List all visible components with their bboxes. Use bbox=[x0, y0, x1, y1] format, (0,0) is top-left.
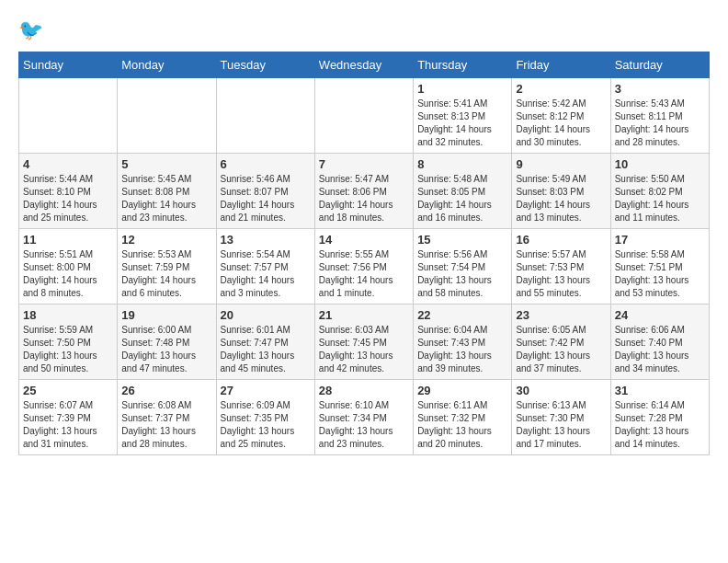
day-info: Sunrise: 5:45 AM Sunset: 8:08 PM Dayligh… bbox=[121, 173, 211, 224]
weekday-header-thursday: Thursday bbox=[414, 52, 512, 78]
calendar-cell: 8Sunrise: 5:48 AM Sunset: 8:05 PM Daylig… bbox=[414, 154, 512, 229]
day-info: Sunrise: 6:10 AM Sunset: 7:34 PM Dayligh… bbox=[319, 399, 409, 451]
page-header: 🐦 bbox=[18, 18, 710, 42]
calendar-cell: 7Sunrise: 5:47 AM Sunset: 8:06 PM Daylig… bbox=[314, 154, 413, 229]
day-number: 2 bbox=[516, 82, 606, 96]
day-info: Sunrise: 5:53 AM Sunset: 7:59 PM Dayligh… bbox=[121, 248, 211, 300]
calendar-cell bbox=[118, 78, 216, 154]
day-number: 22 bbox=[417, 308, 507, 322]
weekday-header-sunday: Sunday bbox=[19, 52, 118, 78]
day-number: 18 bbox=[23, 308, 113, 322]
day-info: Sunrise: 6:11 AM Sunset: 7:32 PM Dayligh… bbox=[417, 399, 507, 451]
calendar-week-row: 11Sunrise: 5:51 AM Sunset: 8:00 PM Dayli… bbox=[19, 229, 710, 304]
day-number: 30 bbox=[516, 384, 606, 397]
calendar-cell bbox=[216, 78, 314, 154]
logo: 🐦 bbox=[18, 18, 43, 42]
day-number: 23 bbox=[516, 308, 606, 322]
calendar-cell: 12Sunrise: 5:53 AM Sunset: 7:59 PM Dayli… bbox=[118, 229, 216, 304]
day-number: 8 bbox=[417, 157, 507, 171]
day-number: 4 bbox=[23, 157, 113, 171]
day-number: 16 bbox=[516, 233, 606, 247]
weekday-header-monday: Monday bbox=[118, 52, 216, 78]
day-number: 26 bbox=[121, 384, 211, 397]
day-number: 6 bbox=[221, 157, 311, 171]
day-info: Sunrise: 5:46 AM Sunset: 8:07 PM Dayligh… bbox=[221, 173, 311, 224]
day-info: Sunrise: 6:06 AM Sunset: 7:40 PM Dayligh… bbox=[615, 324, 705, 375]
weekday-header-tuesday: Tuesday bbox=[216, 52, 314, 78]
day-info: Sunrise: 5:41 AM Sunset: 8:13 PM Dayligh… bbox=[417, 98, 507, 149]
calendar-cell: 11Sunrise: 5:51 AM Sunset: 8:00 PM Dayli… bbox=[19, 229, 118, 304]
day-info: Sunrise: 6:07 AM Sunset: 7:39 PM Dayligh… bbox=[23, 399, 113, 451]
day-info: Sunrise: 5:54 AM Sunset: 7:57 PM Dayligh… bbox=[221, 248, 311, 300]
day-info: Sunrise: 5:57 AM Sunset: 7:53 PM Dayligh… bbox=[516, 248, 606, 300]
day-number: 19 bbox=[121, 308, 211, 322]
day-info: Sunrise: 5:42 AM Sunset: 8:12 PM Dayligh… bbox=[516, 98, 606, 149]
calendar-cell: 4Sunrise: 5:44 AM Sunset: 8:10 PM Daylig… bbox=[19, 154, 118, 229]
calendar-cell: 13Sunrise: 5:54 AM Sunset: 7:57 PM Dayli… bbox=[216, 229, 314, 304]
day-number: 12 bbox=[121, 233, 211, 247]
calendar-cell: 29Sunrise: 6:11 AM Sunset: 7:32 PM Dayli… bbox=[414, 380, 512, 455]
day-number: 28 bbox=[319, 384, 409, 397]
calendar-cell: 31Sunrise: 6:14 AM Sunset: 7:28 PM Dayli… bbox=[610, 380, 709, 455]
day-info: Sunrise: 5:55 AM Sunset: 7:56 PM Dayligh… bbox=[319, 248, 409, 300]
day-info: Sunrise: 5:48 AM Sunset: 8:05 PM Dayligh… bbox=[417, 173, 507, 224]
calendar-table: SundayMondayTuesdayWednesdayThursdayFrid… bbox=[18, 52, 710, 455]
day-number: 15 bbox=[417, 233, 507, 247]
weekday-header-row: SundayMondayTuesdayWednesdayThursdayFrid… bbox=[19, 52, 710, 78]
calendar-week-row: 4Sunrise: 5:44 AM Sunset: 8:10 PM Daylig… bbox=[19, 154, 710, 229]
weekday-header-friday: Friday bbox=[512, 52, 610, 78]
day-info: Sunrise: 6:04 AM Sunset: 7:43 PM Dayligh… bbox=[417, 324, 507, 375]
calendar-cell: 9Sunrise: 5:49 AM Sunset: 8:03 PM Daylig… bbox=[512, 154, 610, 229]
day-number: 21 bbox=[319, 308, 409, 322]
calendar-cell: 16Sunrise: 5:57 AM Sunset: 7:53 PM Dayli… bbox=[512, 229, 610, 304]
day-info: Sunrise: 5:47 AM Sunset: 8:06 PM Dayligh… bbox=[319, 173, 409, 224]
day-info: Sunrise: 5:50 AM Sunset: 8:02 PM Dayligh… bbox=[615, 173, 705, 224]
calendar-cell: 6Sunrise: 5:46 AM Sunset: 8:07 PM Daylig… bbox=[216, 154, 314, 229]
weekday-header-saturday: Saturday bbox=[610, 52, 709, 78]
day-number: 5 bbox=[121, 157, 211, 171]
day-number: 29 bbox=[417, 384, 507, 397]
day-number: 25 bbox=[23, 384, 113, 397]
day-info: Sunrise: 6:09 AM Sunset: 7:35 PM Dayligh… bbox=[221, 399, 311, 451]
day-info: Sunrise: 6:14 AM Sunset: 7:28 PM Dayligh… bbox=[615, 399, 705, 451]
day-number: 13 bbox=[221, 233, 311, 247]
calendar-cell: 25Sunrise: 6:07 AM Sunset: 7:39 PM Dayli… bbox=[19, 380, 118, 455]
calendar-cell bbox=[19, 78, 118, 154]
day-number: 17 bbox=[615, 233, 705, 247]
calendar-cell: 28Sunrise: 6:10 AM Sunset: 7:34 PM Dayli… bbox=[314, 380, 413, 455]
day-number: 27 bbox=[221, 384, 311, 397]
logo-bird-icon: 🐦 bbox=[18, 18, 43, 42]
day-info: Sunrise: 5:51 AM Sunset: 8:00 PM Dayligh… bbox=[23, 248, 113, 300]
calendar-cell: 26Sunrise: 6:08 AM Sunset: 7:37 PM Dayli… bbox=[118, 380, 216, 455]
calendar-cell: 27Sunrise: 6:09 AM Sunset: 7:35 PM Dayli… bbox=[216, 380, 314, 455]
day-number: 10 bbox=[615, 157, 705, 171]
day-number: 7 bbox=[319, 157, 409, 171]
calendar-cell: 5Sunrise: 5:45 AM Sunset: 8:08 PM Daylig… bbox=[118, 154, 216, 229]
calendar-cell: 22Sunrise: 6:04 AM Sunset: 7:43 PM Dayli… bbox=[414, 304, 512, 380]
calendar-cell: 24Sunrise: 6:06 AM Sunset: 7:40 PM Dayli… bbox=[610, 304, 709, 380]
day-info: Sunrise: 6:13 AM Sunset: 7:30 PM Dayligh… bbox=[516, 399, 606, 451]
calendar-cell: 18Sunrise: 5:59 AM Sunset: 7:50 PM Dayli… bbox=[19, 304, 118, 380]
calendar-cell: 21Sunrise: 6:03 AM Sunset: 7:45 PM Dayli… bbox=[314, 304, 413, 380]
day-number: 14 bbox=[319, 233, 409, 247]
calendar-cell: 3Sunrise: 5:43 AM Sunset: 8:11 PM Daylig… bbox=[610, 78, 709, 154]
calendar-cell: 2Sunrise: 5:42 AM Sunset: 8:12 PM Daylig… bbox=[512, 78, 610, 154]
day-info: Sunrise: 6:00 AM Sunset: 7:48 PM Dayligh… bbox=[121, 324, 211, 375]
day-number: 20 bbox=[221, 308, 311, 322]
day-info: Sunrise: 5:44 AM Sunset: 8:10 PM Dayligh… bbox=[23, 173, 113, 224]
day-number: 11 bbox=[23, 233, 113, 247]
calendar-cell: 14Sunrise: 5:55 AM Sunset: 7:56 PM Dayli… bbox=[314, 229, 413, 304]
day-info: Sunrise: 5:59 AM Sunset: 7:50 PM Dayligh… bbox=[23, 324, 113, 375]
day-number: 3 bbox=[615, 82, 705, 96]
day-info: Sunrise: 6:05 AM Sunset: 7:42 PM Dayligh… bbox=[516, 324, 606, 375]
calendar-cell: 17Sunrise: 5:58 AM Sunset: 7:51 PM Dayli… bbox=[610, 229, 709, 304]
calendar-week-row: 18Sunrise: 5:59 AM Sunset: 7:50 PM Dayli… bbox=[19, 304, 710, 380]
day-info: Sunrise: 5:43 AM Sunset: 8:11 PM Dayligh… bbox=[615, 98, 705, 149]
day-number: 31 bbox=[615, 384, 705, 397]
calendar-week-row: 1Sunrise: 5:41 AM Sunset: 8:13 PM Daylig… bbox=[19, 78, 710, 154]
calendar-cell: 30Sunrise: 6:13 AM Sunset: 7:30 PM Dayli… bbox=[512, 380, 610, 455]
day-number: 9 bbox=[516, 157, 606, 171]
day-info: Sunrise: 6:03 AM Sunset: 7:45 PM Dayligh… bbox=[319, 324, 409, 375]
day-info: Sunrise: 5:58 AM Sunset: 7:51 PM Dayligh… bbox=[615, 248, 705, 300]
day-info: Sunrise: 5:49 AM Sunset: 8:03 PM Dayligh… bbox=[516, 173, 606, 224]
